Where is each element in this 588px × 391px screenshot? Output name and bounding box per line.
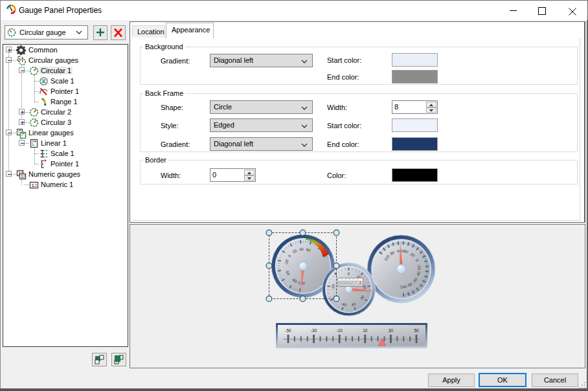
svg-text:2: 2: [350, 280, 354, 285]
svg-text:-50: -50: [285, 328, 291, 333]
svg-text:-30: -30: [311, 328, 317, 333]
svg-text:10: 10: [363, 328, 368, 333]
svg-text:7: 7: [354, 280, 357, 285]
svg-text:40: 40: [299, 247, 304, 252]
svg-text:30: 30: [389, 328, 394, 333]
svg-text:0: 0: [339, 280, 342, 285]
svg-text:2: 2: [23, 174, 26, 179]
svg-text:3: 3: [359, 280, 362, 285]
svg-text:0: 0: [343, 280, 346, 285]
svg-text:-20: -20: [417, 264, 422, 271]
svg-text:50: 50: [414, 328, 419, 333]
svg-text:0: 0: [346, 280, 350, 285]
svg-text:-10: -10: [336, 328, 343, 333]
svg-text:2: 2: [34, 183, 38, 188]
